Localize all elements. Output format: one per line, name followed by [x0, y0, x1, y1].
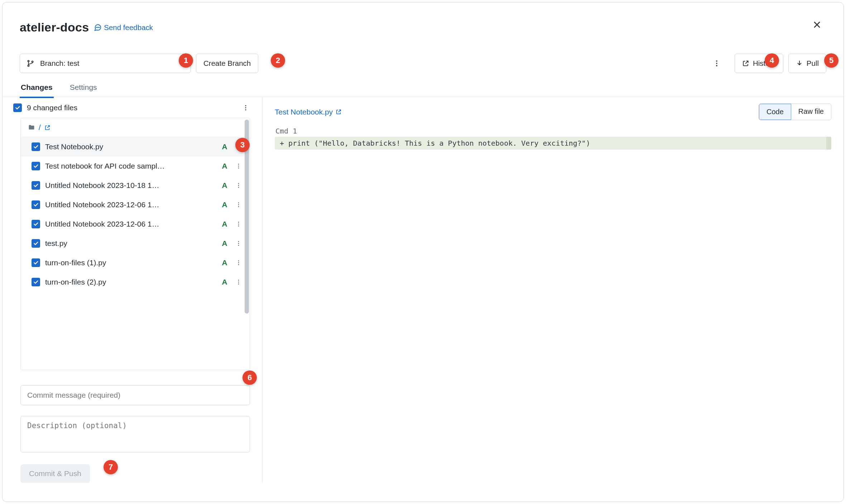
file-name: Untitled Notebook 2023-12-06 1… — [45, 220, 215, 228]
added-line: + print ("Hello, Databricks! This is a P… — [275, 137, 831, 150]
cmd-label: Cmd 1 — [275, 127, 831, 135]
scrollbar[interactable] — [245, 120, 249, 368]
commit-description-input[interactable] — [20, 416, 250, 452]
svg-point-15 — [238, 164, 239, 165]
annotation-7: 7 — [104, 460, 118, 474]
svg-point-20 — [238, 187, 239, 188]
repo-title: atelier-docs — [20, 20, 89, 34]
svg-point-18 — [238, 183, 239, 184]
annotation-6: 6 — [242, 370, 257, 385]
svg-point-21 — [238, 202, 239, 203]
file-status: A — [220, 278, 229, 286]
file-more-button[interactable] — [234, 200, 243, 209]
file-more-button[interactable] — [234, 161, 243, 171]
svg-point-0 — [96, 27, 97, 27]
file-more-button[interactable] — [234, 277, 243, 287]
svg-point-4 — [28, 65, 29, 66]
svg-point-7 — [716, 63, 717, 64]
file-more-button[interactable] — [234, 239, 243, 248]
file-status: A — [220, 181, 229, 190]
view-rawfile-tab[interactable]: Raw file — [791, 104, 831, 120]
file-row[interactable]: Test Notebook.pyA — [21, 137, 250, 156]
file-more-button[interactable] — [234, 219, 243, 229]
svg-point-8 — [716, 65, 717, 67]
files-summary: 9 changed files — [27, 103, 77, 112]
svg-point-34 — [238, 282, 239, 283]
svg-point-10 — [245, 107, 246, 108]
file-list: Test Notebook.pyATest notebook for API c… — [21, 137, 250, 293]
branch-select[interactable]: Branch: test — [20, 54, 191, 73]
svg-point-11 — [245, 109, 246, 110]
file-row[interactable]: Untitled Notebook 2023-12-06 1…A — [21, 214, 250, 234]
annotation-4: 4 — [765, 53, 779, 68]
file-row[interactable]: Test notebook for API code sampl…A — [21, 156, 250, 176]
breadcrumb[interactable]: / — [21, 118, 250, 137]
file-checkbox[interactable] — [32, 258, 40, 267]
annotation-5: 5 — [824, 53, 838, 68]
annotation-1: 1 — [179, 53, 193, 68]
svg-point-24 — [238, 222, 239, 223]
diff-file-link[interactable]: Test Notebook.py — [275, 108, 342, 116]
file-row[interactable]: Untitled Notebook 2023-10-18 1…A — [21, 176, 250, 195]
kebab-icon — [242, 104, 249, 111]
svg-point-1 — [98, 27, 98, 27]
file-row[interactable]: turn-on-files (2).pyA — [21, 272, 250, 292]
more-menu-button[interactable] — [710, 57, 723, 70]
view-toggle: Code Raw file — [759, 103, 831, 120]
file-row[interactable]: test.pyA — [21, 234, 250, 253]
diff-view: Cmd 1 + print ("Hello, Databricks! This … — [275, 127, 831, 150]
file-checkbox[interactable] — [32, 278, 40, 286]
file-name: test.py — [45, 239, 215, 248]
file-checkbox[interactable] — [32, 162, 40, 170]
pull-button[interactable]: Pull — [788, 54, 826, 73]
file-row[interactable]: Untitled Notebook 2023-12-06 1…A — [21, 195, 250, 214]
close-icon[interactable] — [812, 20, 822, 30]
folder-icon — [28, 124, 35, 131]
file-status: A — [220, 239, 229, 248]
branch-icon — [27, 59, 34, 67]
file-row[interactable]: turn-on-files (1).pyA — [21, 253, 250, 272]
commit-message-input[interactable] — [20, 385, 250, 405]
svg-point-23 — [238, 206, 239, 207]
chat-icon — [94, 24, 102, 32]
svg-point-32 — [238, 264, 239, 265]
file-status: A — [220, 162, 229, 170]
file-more-button[interactable] — [234, 181, 243, 190]
file-checkbox[interactable] — [32, 220, 40, 228]
tab-settings[interactable]: Settings — [69, 83, 98, 97]
download-icon — [796, 60, 803, 67]
commit-push-button[interactable]: Commit & Push — [20, 464, 90, 483]
svg-point-3 — [28, 60, 29, 62]
view-code-tab[interactable]: Code — [759, 104, 791, 120]
send-feedback-link[interactable]: Send feedback — [94, 23, 153, 32]
file-name: turn-on-files (1).py — [45, 258, 215, 267]
tab-changes[interactable]: Changes — [20, 83, 54, 97]
svg-point-5 — [32, 61, 33, 62]
git-dialog: atelier-docs Send feedback Branch: test … — [2, 2, 844, 502]
file-status: A — [220, 200, 229, 209]
file-name: Untitled Notebook 2023-10-18 1… — [45, 181, 215, 190]
file-status: A — [220, 258, 229, 267]
file-name: Test notebook for API code sampl… — [45, 162, 215, 170]
file-checkbox[interactable] — [32, 142, 40, 151]
svg-point-27 — [238, 241, 239, 242]
svg-point-35 — [238, 284, 239, 285]
svg-point-30 — [238, 260, 239, 261]
file-checkbox[interactable] — [32, 200, 40, 209]
open-external-icon — [44, 125, 51, 131]
svg-point-26 — [238, 226, 239, 227]
external-link-icon — [742, 60, 749, 67]
tabs: Changes Settings — [3, 73, 843, 97]
file-more-button[interactable] — [234, 258, 243, 267]
file-checkbox[interactable] — [32, 181, 40, 190]
file-name: Untitled Notebook 2023-12-06 1… — [45, 200, 215, 209]
svg-point-31 — [238, 262, 239, 263]
file-name: Test Notebook.py — [45, 142, 215, 151]
svg-point-16 — [238, 166, 239, 167]
files-more-button[interactable] — [242, 104, 249, 111]
file-status: A — [220, 220, 229, 228]
create-branch-button[interactable]: Create Branch — [196, 54, 258, 73]
select-all-checkbox[interactable] — [13, 103, 22, 112]
file-checkbox[interactable] — [32, 239, 40, 248]
svg-point-2 — [99, 27, 100, 27]
